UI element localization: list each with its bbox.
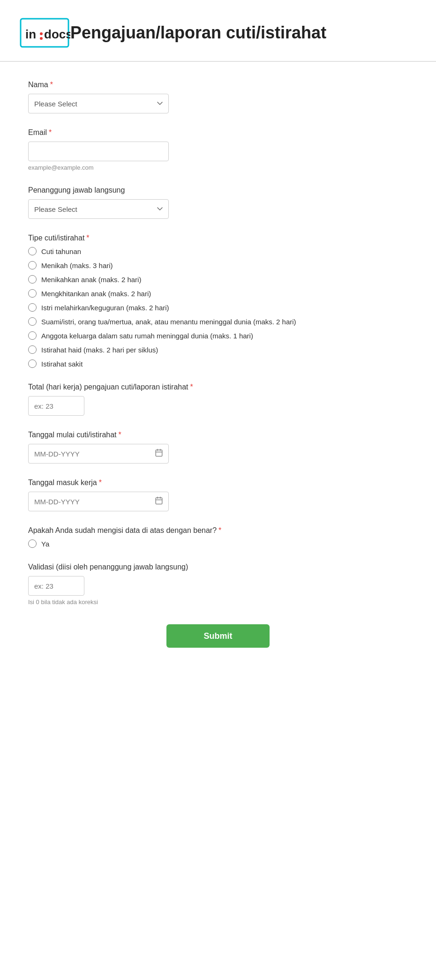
tanggal-mulai-group: Tanggal mulai cuti/istirahat* [28, 431, 408, 464]
konfirmasi-label: Apakah Anda sudah mengisi data di atas d… [28, 526, 408, 535]
nama-select[interactable]: Please Select [28, 94, 169, 113]
svg-point-3 [40, 37, 43, 40]
logo: in docs [19, 14, 70, 52]
radio-haid-input[interactable] [28, 345, 37, 354]
validasi-group: Validasi (diisi oleh penanggung jawab la… [28, 563, 408, 606]
penanggung-jawab-select[interactable]: Please Select [28, 199, 169, 219]
radio-melahirkan[interactable]: Istri melahirkan/keguguran (maks. 2 hari… [28, 303, 408, 312]
email-hint: example@example.com [28, 164, 408, 171]
svg-text:in: in [25, 27, 36, 41]
radio-cuti-tahunan-input[interactable] [28, 247, 37, 255]
radio-haid[interactable]: Istirahat haid (maks. 2 hari per siklus) [28, 345, 408, 354]
validasi-input[interactable] [28, 576, 84, 596]
penanggung-jawab-label: Penanggung jawab langsung [28, 186, 408, 195]
radio-sakit[interactable]: Istirahat sakit [28, 359, 408, 368]
email-label: Email* [28, 128, 408, 137]
radio-menikahkan-anak-input[interactable] [28, 275, 37, 284]
radio-cuti-tahunan[interactable]: Cuti tahunan [28, 247, 408, 255]
radio-meninggal-keluarga-inti[interactable]: Suami/istri, orang tua/mertua, anak, ata… [28, 317, 408, 326]
radio-menikah[interactable]: Menikah (maks. 3 hari) [28, 261, 408, 269]
page-title: Pengajuan/laporan cuti/istirahat [70, 23, 326, 43]
tanggal-mulai-label: Tanggal mulai cuti/istirahat* [28, 431, 408, 439]
radio-menikah-input[interactable] [28, 261, 37, 269]
validasi-hint: Isi 0 bila tidak ada koreksi [28, 598, 408, 606]
tipe-cuti-group: Tipe cuti/istirahat* Cuti tahunan Menika… [28, 234, 408, 368]
tanggal-masuk-label: Tanggal masuk kerja* [28, 479, 408, 487]
tanggal-masuk-group: Tanggal masuk kerja* [28, 479, 408, 511]
svg-point-2 [40, 32, 43, 35]
tanggal-masuk-input[interactable] [28, 492, 169, 511]
nama-label: Nama* [28, 81, 408, 89]
tipe-cuti-label: Tipe cuti/istirahat* [28, 234, 408, 242]
radio-meninggal-serumah[interactable]: Anggota keluarga dalam satu rumah mening… [28, 331, 408, 340]
email-input[interactable] [28, 142, 169, 161]
page-header: in docs Pengajuan/laporan cuti/istirahat [0, 0, 436, 61]
radio-menikahkan-anak[interactable]: Menikahkan anak (maks. 2 hari) [28, 275, 408, 284]
radio-khitanan[interactable]: Mengkhitankan anak (maks. 2 hari) [28, 289, 408, 298]
total-hari-group: Total (hari kerja) pengajuan cuti/lapora… [28, 383, 408, 416]
submit-button[interactable]: Submit [166, 624, 270, 648]
form-container: Nama* Please Select Email* example@examp… [0, 62, 436, 676]
radio-khitanan-input[interactable] [28, 289, 37, 298]
tanggal-masuk-wrapper [28, 492, 169, 511]
total-hari-input[interactable] [28, 396, 84, 416]
radio-melahirkan-input[interactable] [28, 303, 37, 312]
radio-sakit-input[interactable] [28, 359, 37, 368]
tanggal-mulai-wrapper [28, 444, 169, 464]
validasi-label: Validasi (diisi oleh penanggung jawab la… [28, 563, 408, 571]
radio-ya-input[interactable] [28, 539, 37, 548]
tipe-cuti-radio-group: Cuti tahunan Menikah (maks. 3 hari) Meni… [28, 247, 408, 368]
total-hari-label: Total (hari kerja) pengajuan cuti/lapora… [28, 383, 408, 391]
svg-text:docs: docs [44, 27, 70, 41]
nama-group: Nama* Please Select [28, 81, 408, 113]
radio-ya[interactable]: Ya [28, 539, 408, 548]
radio-meninggal-keluarga-inti-input[interactable] [28, 317, 37, 326]
email-group: Email* example@example.com [28, 128, 408, 171]
konfirmasi-group: Apakah Anda sudah mengisi data di atas d… [28, 526, 408, 548]
penanggung-jawab-group: Penanggung jawab langsung Please Select [28, 186, 408, 219]
radio-meninggal-serumah-input[interactable] [28, 331, 37, 340]
tanggal-mulai-input[interactable] [28, 444, 169, 464]
